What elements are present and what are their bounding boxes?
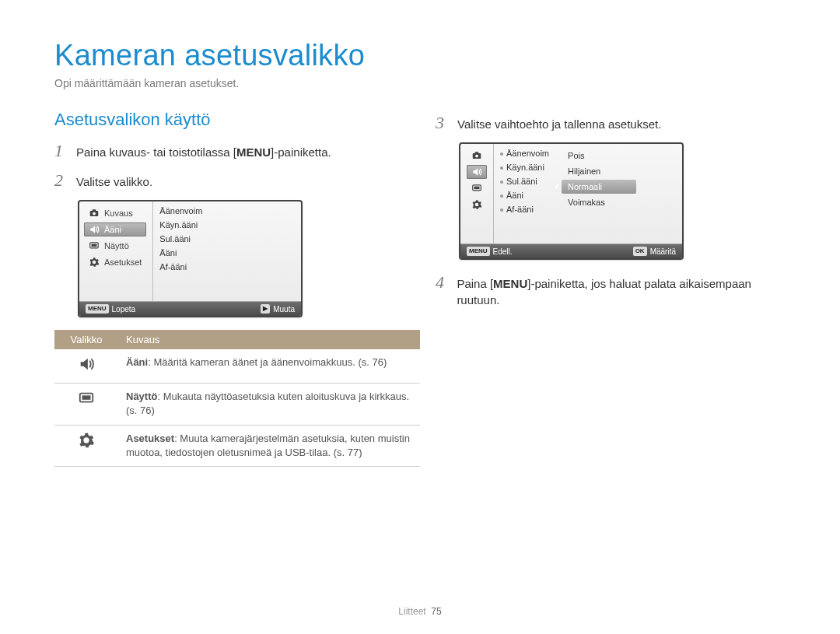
page-footer: Liitteet 75: [0, 606, 840, 617]
step-text: Valitse vaihtoehto ja tallenna asetukset…: [457, 116, 661, 132]
gear-icon: [89, 257, 100, 268]
page-number: 75: [431, 606, 441, 617]
menu-icon-rail: [460, 144, 494, 243]
footer-right-label: Määritä: [650, 247, 676, 256]
submenu-item[interactable]: Af-ääni: [500, 205, 549, 214]
submenu-item[interactable]: Käyn.ääni: [159, 220, 202, 229]
sound-icon: [78, 363, 95, 375]
menu-tab-display[interactable]: [467, 181, 487, 195]
menu-content: ÄänenvoimKäyn.ääniSul.ääniÄäniAf-ääni Po…: [494, 144, 682, 243]
menu-tab-label: Asetukset: [104, 257, 142, 267]
option-item[interactable]: Voimakas: [562, 195, 636, 209]
table-icon-cell: [54, 425, 118, 466]
step-4: 4 Paina [MENU]-painiketta, jos haluat pa…: [436, 272, 786, 308]
submenu-item[interactable]: Ääni: [500, 191, 549, 200]
step-number: 3: [436, 113, 450, 133]
step-number: 2: [54, 170, 68, 191]
submenu-list: ÄänenvoimKäyn.ääniSul.ääniÄäniAf-ääni: [159, 206, 202, 296]
camera-icon: [471, 150, 482, 161]
menu-tab-gear[interactable]: Asetukset: [84, 255, 146, 269]
step-3: 3 Valitse vaihtoehto ja tallenna asetuks…: [436, 113, 786, 133]
submenu-item[interactable]: Äänenvoim: [159, 206, 202, 215]
menu-chip: MENU: [86, 304, 109, 313]
display-icon: [89, 240, 100, 251]
ok-chip: OK: [633, 247, 647, 256]
footer-right-label: Muuta: [273, 305, 295, 313]
option-item[interactable]: Normaali: [562, 180, 636, 194]
step-text: Paina [MENU]-painiketta, jos haluat pala…: [457, 275, 786, 308]
column-right: 3 Valitse vaihtoehto ja tallenna asetuks…: [436, 110, 786, 467]
menu-tab-display[interactable]: Näyttö: [84, 239, 146, 253]
footer-right-action: ▶ Muuta: [261, 304, 295, 313]
menu-tab-sound[interactable]: Ääni: [84, 222, 146, 236]
menu-tab-camera[interactable]: Kuvaus: [84, 206, 146, 220]
step-text-post: ]-painiketta.: [271, 145, 331, 159]
step-1: 1 Paina kuvaus- tai toistotilassa [MENU]…: [54, 141, 404, 161]
camera-screen-footer: MENU Edell. OK Määritä: [460, 243, 682, 258]
step-text-pre: Paina kuvaus- tai toistotilassa [: [76, 145, 236, 159]
footer-left-label: Edell.: [493, 247, 513, 256]
menu-tab-sound[interactable]: [467, 165, 487, 179]
step-text: Valitse valikko.: [76, 173, 152, 190]
sound-icon: [89, 224, 100, 235]
camera-screen-footer: MENU Lopeta ▶ Muuta: [79, 301, 301, 316]
table-desc-cell: Näyttö: Mukauta näyttöasetuksia kuten al…: [118, 384, 420, 425]
footer-left-action: MENU Edell.: [467, 247, 513, 256]
submenu-item[interactable]: Käyn.ääni: [500, 163, 549, 172]
sound-icon: [471, 166, 482, 177]
submenu-list: ÄänenvoimKäyn.ääniSul.ääniÄäniAf-ääni: [500, 149, 549, 239]
submenu-item[interactable]: Äänenvoim: [500, 149, 549, 158]
step-number: 1: [54, 141, 68, 161]
menu-tab-label: Kuvaus: [104, 208, 133, 218]
menu-tab-label: Ääni: [104, 225, 121, 234]
page-intro: Opi määrittämään kameran asetukset.: [54, 77, 786, 89]
display-icon: [78, 398, 95, 409]
table-row: Asetukset: Muuta kamerajärjestelmän aset…: [54, 425, 420, 466]
step-number: 4: [436, 272, 449, 292]
gear-icon: [78, 440, 95, 451]
nav-chip: ▶: [261, 304, 270, 313]
value-picker: PoisHiljainenNormaaliVoimakas: [562, 149, 636, 239]
footer-right-action: OK Määritä: [633, 247, 676, 256]
option-item[interactable]: Pois: [562, 149, 636, 163]
table-row: Ääni: Määritä kameran äänet ja äänenvoim…: [54, 349, 420, 384]
footer-left-action: MENU Lopeta: [86, 304, 135, 313]
menu-tab-gear[interactable]: [467, 198, 487, 212]
menu-chip: MENU: [467, 247, 490, 256]
table-head-desc: Kuvaus: [118, 330, 420, 349]
step-text: Paina kuvaus- tai toistotilassa [MENU]-p…: [76, 144, 331, 160]
menu-tab-camera[interactable]: [467, 149, 487, 163]
table-icon-cell: [54, 349, 118, 384]
table-row: Näyttö: Mukauta näyttöasetuksia kuten al…: [54, 384, 420, 425]
menu-key-label: MENU: [493, 277, 527, 290]
step-2: 2 Valitse valikko.: [54, 170, 404, 191]
display-icon: [471, 183, 482, 194]
table-icon-cell: [54, 384, 118, 425]
camera-screen-options: ÄänenvoimKäyn.ääniSul.ääniÄäniAf-ääni Po…: [459, 142, 684, 260]
column-left: Asetusvalikon käyttö 1 Paina kuvaus- tai…: [54, 110, 404, 467]
menu-content: ÄänenvoimKäyn.ääniSul.ääniÄäniAf-ääni: [153, 201, 301, 301]
manual-page: Kameran asetusvalikko Opi määrittämään k…: [0, 0, 840, 634]
two-column-layout: Asetusvalikon käyttö 1 Paina kuvaus- tai…: [54, 110, 786, 467]
table-head-menu: Valikko: [54, 330, 118, 349]
table-desc-cell: Ääni: Määritä kameran äänet ja äänenvoim…: [118, 349, 420, 384]
page-title: Kameran asetusvalikko: [54, 39, 786, 72]
gear-icon: [471, 199, 482, 210]
menu-tab-label: Näyttö: [104, 241, 129, 250]
submenu-item[interactable]: Sul.ääni: [159, 234, 202, 243]
menu-key-label: MENU: [236, 145, 271, 159]
camera-screen-menu: KuvausÄäniNäyttöAsetukset ÄänenvoimKäyn.…: [78, 200, 303, 317]
menu-sidebar: KuvausÄäniNäyttöAsetukset: [79, 201, 153, 301]
footer-left-label: Lopeta: [112, 305, 136, 313]
menu-description-table: Valikko Kuvaus Ääni: Määritä kameran ään…: [54, 330, 420, 467]
option-item[interactable]: Hiljainen: [562, 164, 636, 178]
footer-section-label: Liitteet: [398, 606, 425, 617]
table-desc-cell: Asetukset: Muuta kamerajärjestelmän aset…: [118, 425, 420, 466]
submenu-item[interactable]: Ääni: [159, 248, 202, 257]
step-text-pre: Paina [: [457, 277, 493, 290]
submenu-item[interactable]: Af-ääni: [159, 262, 202, 271]
camera-icon: [89, 208, 100, 219]
submenu-item[interactable]: Sul.ääni: [500, 177, 549, 186]
section-heading: Asetusvalikon käyttö: [54, 110, 404, 130]
